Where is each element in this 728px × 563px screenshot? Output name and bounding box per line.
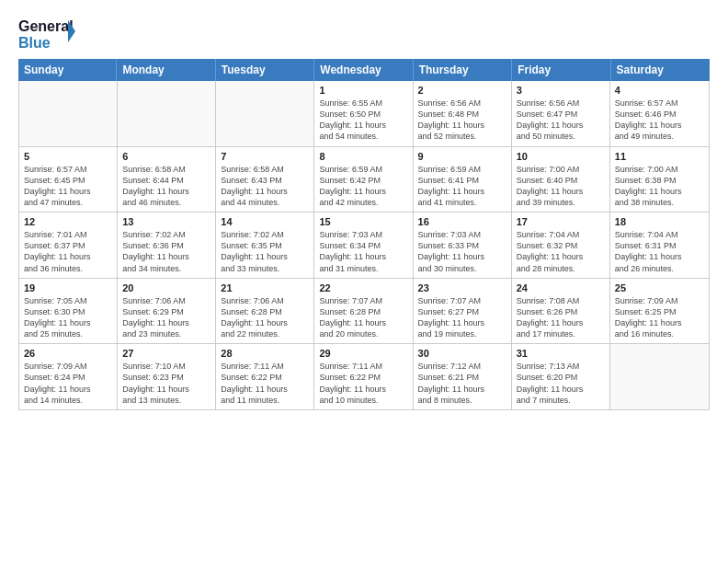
day-number: 22 xyxy=(319,282,407,293)
day-number: 20 xyxy=(122,282,210,293)
day-cell-12: 12Sunrise: 7:01 AM Sunset: 6:37 PM Dayli… xyxy=(19,213,118,278)
day-info: Sunrise: 7:11 AM Sunset: 6:22 PM Dayligh… xyxy=(319,361,407,406)
day-cell-22: 22Sunrise: 7:07 AM Sunset: 6:28 PM Dayli… xyxy=(314,279,413,344)
calendar-row-3: 12Sunrise: 7:01 AM Sunset: 6:37 PM Dayli… xyxy=(19,213,709,279)
calendar-body: 1Sunrise: 6:55 AM Sunset: 6:50 PM Daylig… xyxy=(18,81,710,410)
day-number: 15 xyxy=(319,216,407,227)
day-info: Sunrise: 7:10 AM Sunset: 6:23 PM Dayligh… xyxy=(122,361,210,406)
day-cell-6: 6Sunrise: 6:58 AM Sunset: 6:44 PM Daylig… xyxy=(118,147,216,213)
empty-cell-4-6 xyxy=(610,344,709,409)
day-info: Sunrise: 6:56 AM Sunset: 6:47 PM Dayligh… xyxy=(517,98,605,143)
day-cell-24: 24Sunrise: 7:08 AM Sunset: 6:26 PM Dayli… xyxy=(512,279,610,344)
empty-cell-0-2 xyxy=(216,81,314,146)
day-info: Sunrise: 7:01 AM Sunset: 6:37 PM Dayligh… xyxy=(24,229,112,274)
day-cell-23: 23Sunrise: 7:07 AM Sunset: 6:27 PM Dayli… xyxy=(414,279,512,344)
calendar-header: SundayMondayTuesdayWednesdayThursdayFrid… xyxy=(18,59,710,81)
day-cell-27: 27Sunrise: 7:10 AM Sunset: 6:23 PM Dayli… xyxy=(118,344,216,409)
day-cell-19: 19Sunrise: 7:05 AM Sunset: 6:30 PM Dayli… xyxy=(19,279,118,344)
weekday-header-thursday: Thursday xyxy=(414,59,512,81)
day-number: 29 xyxy=(319,348,407,359)
day-cell-14: 14Sunrise: 7:02 AM Sunset: 6:35 PM Dayli… xyxy=(216,213,314,278)
day-number: 13 xyxy=(122,216,210,227)
day-info: Sunrise: 7:06 AM Sunset: 6:29 PM Dayligh… xyxy=(122,295,210,340)
day-number: 7 xyxy=(221,151,309,162)
day-number: 23 xyxy=(418,282,506,293)
day-cell-29: 29Sunrise: 7:11 AM Sunset: 6:22 PM Dayli… xyxy=(314,344,413,409)
day-info: Sunrise: 7:05 AM Sunset: 6:30 PM Dayligh… xyxy=(24,295,112,340)
calendar-row-1: 1Sunrise: 6:55 AM Sunset: 6:50 PM Daylig… xyxy=(19,81,709,147)
day-number: 26 xyxy=(24,348,112,359)
empty-cell-0-0 xyxy=(19,81,118,146)
day-cell-31: 31Sunrise: 7:13 AM Sunset: 6:20 PM Dayli… xyxy=(512,344,610,409)
day-info: Sunrise: 7:09 AM Sunset: 6:25 PM Dayligh… xyxy=(615,295,704,340)
day-info: Sunrise: 7:12 AM Sunset: 6:21 PM Dayligh… xyxy=(418,361,506,406)
day-info: Sunrise: 6:59 AM Sunset: 6:41 PM Dayligh… xyxy=(418,164,506,209)
day-info: Sunrise: 7:13 AM Sunset: 6:20 PM Dayligh… xyxy=(517,361,605,406)
day-cell-8: 8Sunrise: 6:59 AM Sunset: 6:42 PM Daylig… xyxy=(314,147,413,213)
day-info: Sunrise: 7:00 AM Sunset: 6:38 PM Dayligh… xyxy=(615,164,704,209)
day-number: 31 xyxy=(517,348,605,359)
day-cell-5: 5Sunrise: 6:57 AM Sunset: 6:45 PM Daylig… xyxy=(19,147,118,213)
day-info: Sunrise: 6:56 AM Sunset: 6:48 PM Dayligh… xyxy=(418,98,506,143)
day-number: 11 xyxy=(615,151,704,162)
svg-text:General: General xyxy=(18,18,74,34)
day-info: Sunrise: 7:00 AM Sunset: 6:40 PM Dayligh… xyxy=(517,164,605,209)
calendar-row-2: 5Sunrise: 6:57 AM Sunset: 6:45 PM Daylig… xyxy=(19,147,709,213)
empty-cell-0-1 xyxy=(118,81,216,146)
day-number: 10 xyxy=(517,151,605,162)
day-info: Sunrise: 7:03 AM Sunset: 6:33 PM Dayligh… xyxy=(418,229,506,274)
weekday-header-saturday: Saturday xyxy=(611,59,710,81)
day-cell-1: 1Sunrise: 6:55 AM Sunset: 6:50 PM Daylig… xyxy=(314,81,413,146)
day-cell-13: 13Sunrise: 7:02 AM Sunset: 6:36 PM Dayli… xyxy=(118,213,216,278)
calendar: SundayMondayTuesdayWednesdayThursdayFrid… xyxy=(18,59,710,554)
day-info: Sunrise: 6:55 AM Sunset: 6:50 PM Dayligh… xyxy=(319,98,407,143)
day-info: Sunrise: 7:04 AM Sunset: 6:32 PM Dayligh… xyxy=(517,229,605,274)
day-number: 12 xyxy=(24,216,112,227)
day-number: 14 xyxy=(221,216,309,227)
svg-text:Blue: Blue xyxy=(18,35,51,50)
day-number: 18 xyxy=(615,216,704,227)
day-number: 5 xyxy=(24,151,112,162)
day-cell-7: 7Sunrise: 6:58 AM Sunset: 6:43 PM Daylig… xyxy=(216,147,314,213)
logo: GeneralBlue xyxy=(18,15,83,50)
weekday-header-sunday: Sunday xyxy=(18,59,117,81)
day-cell-11: 11Sunrise: 7:00 AM Sunset: 6:38 PM Dayli… xyxy=(610,147,709,213)
day-number: 16 xyxy=(418,216,506,227)
day-number: 2 xyxy=(418,85,506,96)
day-cell-9: 9Sunrise: 6:59 AM Sunset: 6:41 PM Daylig… xyxy=(414,147,512,213)
calendar-row-5: 26Sunrise: 7:09 AM Sunset: 6:24 PM Dayli… xyxy=(19,344,709,409)
weekday-header-tuesday: Tuesday xyxy=(216,59,314,81)
day-number: 19 xyxy=(24,282,112,293)
day-number: 3 xyxy=(517,85,605,96)
day-cell-28: 28Sunrise: 7:11 AM Sunset: 6:22 PM Dayli… xyxy=(216,344,314,409)
day-number: 1 xyxy=(319,85,407,96)
day-info: Sunrise: 6:57 AM Sunset: 6:46 PM Dayligh… xyxy=(615,98,704,143)
day-info: Sunrise: 7:02 AM Sunset: 6:35 PM Dayligh… xyxy=(221,229,309,274)
day-cell-16: 16Sunrise: 7:03 AM Sunset: 6:33 PM Dayli… xyxy=(414,213,512,278)
day-cell-3: 3Sunrise: 6:56 AM Sunset: 6:47 PM Daylig… xyxy=(512,81,610,146)
day-info: Sunrise: 7:07 AM Sunset: 6:27 PM Dayligh… xyxy=(418,295,506,340)
day-cell-15: 15Sunrise: 7:03 AM Sunset: 6:34 PM Dayli… xyxy=(314,213,413,278)
weekday-header-monday: Monday xyxy=(117,59,215,81)
day-number: 28 xyxy=(221,348,309,359)
day-cell-4: 4Sunrise: 6:57 AM Sunset: 6:46 PM Daylig… xyxy=(610,81,709,146)
day-info: Sunrise: 7:07 AM Sunset: 6:28 PM Dayligh… xyxy=(319,295,407,340)
day-cell-30: 30Sunrise: 7:12 AM Sunset: 6:21 PM Dayli… xyxy=(414,344,512,409)
day-cell-10: 10Sunrise: 7:00 AM Sunset: 6:40 PM Dayli… xyxy=(512,147,610,213)
weekday-header-friday: Friday xyxy=(512,59,610,81)
page-header: GeneralBlue xyxy=(18,15,710,50)
logo-svg: GeneralBlue xyxy=(18,15,83,50)
day-number: 24 xyxy=(517,282,605,293)
day-number: 17 xyxy=(517,216,605,227)
day-info: Sunrise: 7:11 AM Sunset: 6:22 PM Dayligh… xyxy=(221,361,309,406)
day-info: Sunrise: 6:58 AM Sunset: 6:44 PM Dayligh… xyxy=(122,164,210,209)
day-cell-21: 21Sunrise: 7:06 AM Sunset: 6:28 PM Dayli… xyxy=(216,279,314,344)
calendar-rows: 1Sunrise: 6:55 AM Sunset: 6:50 PM Daylig… xyxy=(19,81,709,409)
day-cell-25: 25Sunrise: 7:09 AM Sunset: 6:25 PM Dayli… xyxy=(610,279,709,344)
day-cell-17: 17Sunrise: 7:04 AM Sunset: 6:32 PM Dayli… xyxy=(512,213,610,278)
day-number: 21 xyxy=(221,282,309,293)
day-cell-2: 2Sunrise: 6:56 AM Sunset: 6:48 PM Daylig… xyxy=(414,81,512,146)
day-number: 25 xyxy=(615,282,704,293)
day-cell-26: 26Sunrise: 7:09 AM Sunset: 6:24 PM Dayli… xyxy=(19,344,118,409)
day-number: 4 xyxy=(615,85,704,96)
